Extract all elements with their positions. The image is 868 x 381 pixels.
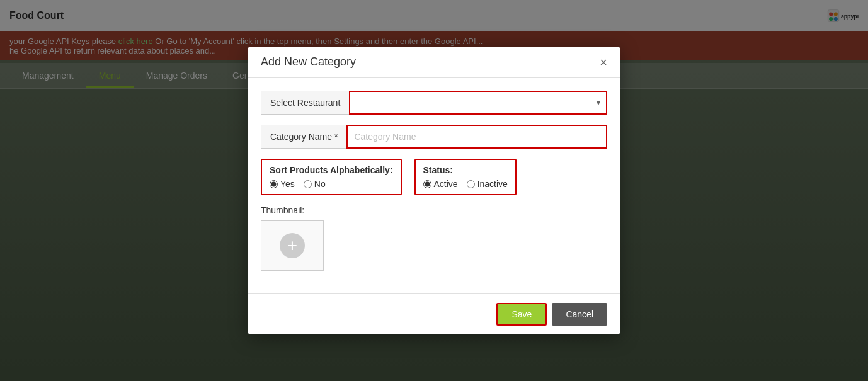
sort-no-option[interactable]: No bbox=[304, 179, 326, 189]
status-inactive-label: Inactive bbox=[477, 179, 508, 189]
category-name-input[interactable] bbox=[346, 125, 607, 149]
modal-header: Add New Category × bbox=[248, 47, 620, 78]
sort-no-label: No bbox=[314, 179, 326, 189]
sort-status-row: Sort Products Alphabetically: Yes No Sta bbox=[261, 159, 607, 195]
status-inactive-radio[interactable] bbox=[467, 180, 475, 188]
status-inactive-option[interactable]: Inactive bbox=[467, 179, 508, 189]
modal-backdrop: Add New Category × Select Restaurant ▼ C… bbox=[0, 0, 868, 381]
status-radio-group: Active Inactive bbox=[423, 179, 508, 189]
status-active-option[interactable]: Active bbox=[423, 179, 458, 189]
thumbnail-upload-box[interactable]: + bbox=[261, 220, 324, 271]
select-restaurant-cell: ▼ bbox=[349, 91, 607, 115]
sort-no-radio[interactable] bbox=[304, 180, 312, 188]
sort-products-box: Sort Products Alphabetically: Yes No bbox=[261, 159, 402, 195]
sort-yes-radio[interactable] bbox=[270, 180, 278, 188]
status-box: Status: Active Inactive bbox=[414, 159, 517, 195]
save-button[interactable]: Save bbox=[496, 303, 547, 326]
thumbnail-label: Thumbnail: bbox=[261, 205, 607, 215]
sort-yes-label: Yes bbox=[280, 179, 295, 189]
category-name-label: Category Name * bbox=[261, 125, 346, 149]
status-active-label: Active bbox=[434, 179, 458, 189]
sort-radio-group: Yes No bbox=[270, 179, 393, 189]
status-active-radio[interactable] bbox=[423, 180, 431, 188]
cancel-button[interactable]: Cancel bbox=[552, 303, 607, 326]
thumbnail-section: Thumbnail: + bbox=[261, 205, 607, 271]
modal-title: Add New Category bbox=[261, 55, 356, 69]
add-category-modal: Add New Category × Select Restaurant ▼ C… bbox=[248, 47, 620, 334]
restaurant-select[interactable] bbox=[349, 91, 607, 115]
modal-body: Select Restaurant ▼ Category Name * Sort… bbox=[248, 78, 620, 293]
status-label: Status: bbox=[423, 165, 508, 175]
modal-close-button[interactable]: × bbox=[600, 56, 607, 69]
category-name-row: Category Name * bbox=[261, 125, 607, 149]
sort-yes-option[interactable]: Yes bbox=[270, 179, 295, 189]
select-restaurant-row: Select Restaurant ▼ bbox=[261, 91, 607, 115]
thumbnail-plus-icon: + bbox=[280, 233, 305, 258]
select-restaurant-label: Select Restaurant bbox=[261, 91, 349, 115]
modal-footer: Save Cancel bbox=[248, 293, 620, 334]
sort-products-label: Sort Products Alphabetically: bbox=[270, 165, 393, 175]
